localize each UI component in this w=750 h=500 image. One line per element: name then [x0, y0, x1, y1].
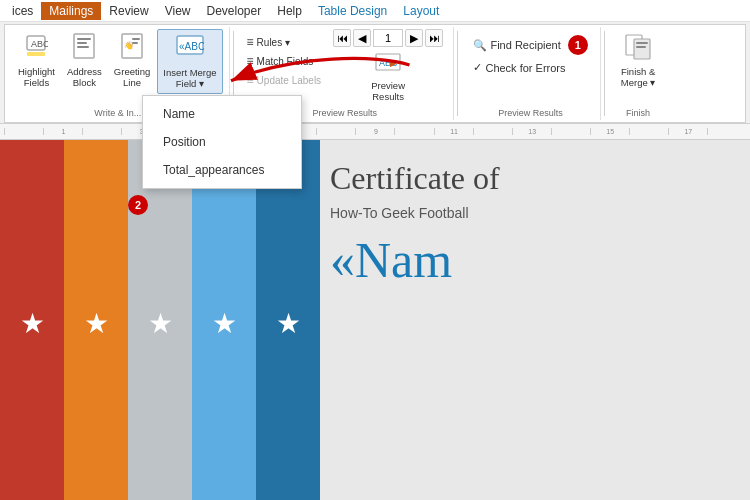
- svg-rect-10: [132, 42, 138, 44]
- find-recipient-label: Find Recipient: [490, 39, 560, 51]
- check-errors-label: Check for Errors: [485, 62, 565, 74]
- finish-label: Finish: [626, 106, 650, 118]
- menu-item-layout[interactable]: Layout: [395, 2, 447, 20]
- nav-last-button[interactable]: ⏭: [425, 29, 443, 47]
- find-recipient-icon: 🔍: [473, 39, 487, 52]
- update-labels-icon: ≡: [247, 73, 254, 87]
- dropdown-item-total-appearances[interactable]: Total_appearances: [143, 156, 301, 184]
- ruler-mark-0: [4, 128, 43, 135]
- address-block-button[interactable]: AddressBlock: [62, 29, 107, 92]
- document-area: ★ ★ ★ ★ ★ 2 Certificate of How-To Geek F…: [0, 140, 750, 500]
- preview-small-buttons: ≡ Rules ▾ ≡ Match Fields ≡ Update Labels: [243, 29, 326, 89]
- dropdown-menu: Name Position Total_appearances: [142, 95, 302, 189]
- ruler-mark-2: [82, 128, 121, 135]
- nav-next-button[interactable]: ▶: [405, 29, 423, 47]
- ruler-mark-9: 9: [355, 128, 394, 135]
- rules-icon: ≡: [247, 35, 254, 49]
- badge-2: 2: [128, 195, 148, 215]
- separator-2: [457, 31, 458, 116]
- nav-prev-button[interactable]: ◀: [353, 29, 371, 47]
- find-recipient-button[interactable]: 🔍 Find Recipient 1: [469, 33, 591, 57]
- menu-item-ices[interactable]: ices: [4, 2, 41, 20]
- dropdown-item-name[interactable]: Name: [143, 100, 301, 128]
- certificate-name: «Nam: [330, 231, 750, 289]
- ruler-mark-10: [394, 128, 433, 135]
- svg-text:👋: 👋: [124, 40, 134, 50]
- rules-button[interactable]: ≡ Rules ▾: [243, 33, 326, 51]
- ruler-mark-17: 17: [668, 128, 707, 135]
- menu-item-table-design[interactable]: Table Design: [310, 2, 395, 20]
- badge-2-container: 2: [128, 195, 148, 215]
- check-errors-button[interactable]: ✓ Check for Errors: [469, 59, 591, 76]
- svg-text:ABC: ABC: [31, 39, 48, 49]
- address-block-label: AddressBlock: [67, 66, 102, 89]
- match-fields-label: Match Fields: [257, 56, 314, 67]
- find-validate-label: Preview Results: [498, 106, 563, 118]
- ruler-mark-13: 13: [512, 128, 551, 135]
- finish-merge-icon: [624, 32, 652, 64]
- ruler-mark-11: 11: [434, 128, 473, 135]
- rules-label: Rules ▾: [257, 37, 290, 48]
- ruler-mark-12: [473, 128, 512, 135]
- ruler-mark-14: [551, 128, 590, 135]
- ruler-mark-8: [316, 128, 355, 135]
- nav-first-button[interactable]: ⏮: [333, 29, 351, 47]
- nav-preview-section: ⏮ ◀ ▶ ⏭ ABC ▶: [329, 29, 447, 106]
- certificate-area: Certificate of How-To Geek Football «Nam: [330, 160, 750, 289]
- star-1: ★: [0, 307, 64, 340]
- menu-item-developer[interactable]: Developer: [199, 2, 270, 20]
- certificate-title: Certificate of: [330, 160, 750, 197]
- greeting-line-label: GreetingLine: [114, 66, 150, 89]
- highlight-icon: ABC: [24, 32, 48, 64]
- separator-3: [604, 31, 605, 116]
- nav-page-input[interactable]: [373, 29, 403, 47]
- ruler-mark-18: [707, 128, 746, 135]
- greeting-line-button[interactable]: 👋 GreetingLine: [109, 29, 155, 92]
- highlight-fields-button[interactable]: ABC HighlightFields: [13, 29, 60, 92]
- greeting-line-icon: 👋: [120, 32, 144, 64]
- svg-text:«ABC»: «ABC»: [179, 41, 204, 52]
- insert-merge-field-button[interactable]: «ABC» Insert MergeField ▾: [157, 29, 222, 94]
- menu-item-view[interactable]: View: [157, 2, 199, 20]
- star-4: ★: [192, 307, 256, 340]
- match-fields-icon: ≡: [247, 54, 254, 68]
- svg-rect-18: [636, 42, 648, 44]
- preview-results-icon: ABC ▶: [374, 52, 402, 78]
- finish-group: Finish &Merge ▾ Finish: [608, 27, 668, 120]
- svg-rect-5: [77, 42, 87, 44]
- svg-rect-6: [77, 46, 89, 48]
- svg-text:▶: ▶: [390, 58, 397, 68]
- star-5: ★: [256, 307, 320, 340]
- star-3: ★: [128, 307, 192, 340]
- ruler-mark-1: 1: [43, 128, 82, 135]
- menu-item-mailings[interactable]: Mailings: [41, 2, 101, 20]
- stars-row: ★ ★ ★ ★ ★: [0, 307, 320, 340]
- write-insert-label: Write & In...: [94, 106, 141, 118]
- update-labels-label: Update Labels: [257, 75, 322, 86]
- find-validate-group: 🔍 Find Recipient 1 ✓ Check for Errors Pr…: [461, 27, 601, 120]
- address-block-icon: [72, 32, 96, 64]
- menu-item-help[interactable]: Help: [269, 2, 310, 20]
- dropdown-item-position[interactable]: Position: [143, 128, 301, 156]
- update-labels-button[interactable]: ≡ Update Labels: [243, 71, 326, 89]
- ribbon: ABC HighlightFields A: [0, 22, 750, 124]
- ribbon-content: ABC HighlightFields A: [4, 24, 746, 123]
- ruler-marks: 1 3 5 7 9 11 13 15 17: [4, 128, 746, 135]
- ruler: 1 3 5 7 9 11 13 15 17: [0, 124, 750, 140]
- svg-rect-4: [77, 38, 91, 40]
- preview-results-group-label: Preview Results: [313, 106, 378, 118]
- menu-bar: ices Mailings Review View Developer Help…: [0, 0, 750, 22]
- menu-item-review[interactable]: Review: [101, 2, 156, 20]
- navigation-section: ⏮ ◀ ▶ ⏭: [329, 29, 447, 47]
- certificate-subtitle: How-To Geek Football: [330, 205, 750, 221]
- check-errors-icon: ✓: [473, 61, 482, 74]
- preview-results-button[interactable]: ABC ▶ PreviewResults: [366, 49, 410, 106]
- star-2: ★: [64, 307, 128, 340]
- ruler-mark-15: 15: [590, 128, 629, 135]
- finish-merge-button[interactable]: Finish &Merge ▾: [616, 29, 661, 92]
- svg-rect-1: [27, 52, 45, 56]
- match-fields-button[interactable]: ≡ Match Fields: [243, 52, 326, 70]
- find-validate-buttons: 🔍 Find Recipient 1 ✓ Check for Errors: [469, 29, 591, 106]
- preview-results-label: PreviewResults: [371, 80, 405, 103]
- ruler-mark-16: [629, 128, 668, 135]
